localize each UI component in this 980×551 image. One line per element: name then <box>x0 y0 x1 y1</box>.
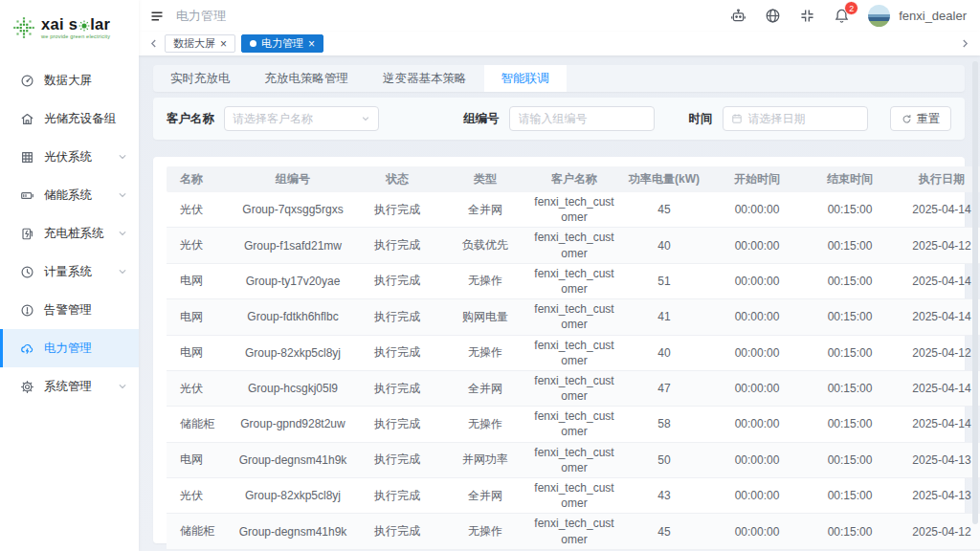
chevron-down-icon <box>118 190 127 200</box>
close-icon[interactable]: × <box>220 38 227 50</box>
filter-bar: 客户名称 请选择客户名称 组编号 时间 请选择日期 重置 <box>153 98 965 140</box>
cell-date: 2025-04-14 <box>896 192 980 228</box>
cell-power: 43 <box>618 478 710 514</box>
cell-end: 00:15:00 <box>804 335 896 370</box>
sidebar-item-device-group[interactable]: 光储充设备组 <box>0 99 139 138</box>
tab-1[interactable]: 充放电策略管理 <box>248 65 367 92</box>
column-header-group: 组编号 <box>232 166 354 192</box>
username[interactable]: fenxi_dealer <box>899 9 967 23</box>
cell-customer: fenxi_tech_customer <box>530 478 618 514</box>
cell-name: 光伏 <box>167 370 232 406</box>
sidebar-item-metering-system[interactable]: 计量系统 <box>0 253 139 291</box>
cell-type: 并网功率 <box>440 442 530 477</box>
close-icon[interactable]: × <box>308 38 315 50</box>
bell-icon[interactable]: 2 <box>834 8 850 24</box>
table-header: 名称组编号状态类型客户名称功率电量(kW)开始时间结束时间执行日期 <box>167 166 980 192</box>
cell-customer: fenxi_tech_customer <box>530 299 618 335</box>
brand-logo: xai s lar we provide green electricity <box>0 0 139 55</box>
cell-start: 00:00:00 <box>710 192 804 228</box>
date-placeholder: 请选择日期 <box>748 111 806 127</box>
sidebar-item-label: 数据大屏 <box>44 73 92 89</box>
sidebar-item-data-screen[interactable]: 数据大屏 <box>0 61 139 99</box>
cell-group: Group-f1safd21mw <box>232 228 354 263</box>
sidebar-item-system-mgmt[interactable]: 系统管理 <box>0 367 139 406</box>
cell-type: 购网电量 <box>440 299 530 335</box>
table-row: 光伏Group-hcsgkj05l9执行完成全并网fenxi_tech_cust… <box>167 370 980 406</box>
cell-end: 00:15:00 <box>804 514 896 549</box>
table-row: 电网Group-82xkp5cl8yj执行完成无操作fenxi_tech_cus… <box>167 335 980 370</box>
tags-bar: 数据大屏×电力管理× <box>139 32 980 55</box>
cell-customer: fenxi_tech_customer <box>530 335 618 370</box>
customer-name-select[interactable]: 请选择客户名称 <box>224 106 379 131</box>
tab-3[interactable]: 智能联调 <box>484 65 567 92</box>
cell-start: 00:00:00 <box>710 263 804 298</box>
cell-group: Group-hcsgkj05l9 <box>232 370 354 406</box>
chevron-left-icon[interactable] <box>148 38 159 49</box>
cell-power: 51 <box>618 263 710 298</box>
globe-icon[interactable] <box>765 8 781 24</box>
results-table: 名称组编号状态类型客户名称功率电量(kW)开始时间结束时间执行日期 光伏Grou… <box>167 166 980 550</box>
chevron-down-icon <box>118 382 127 391</box>
cell-customer: fenxi_tech_customer <box>530 407 618 442</box>
cell-type: 无操作 <box>440 514 530 549</box>
cell-name: 电网 <box>167 442 232 477</box>
sidebar-item-label: 电力管理 <box>44 341 92 357</box>
date-picker[interactable]: 请选择日期 <box>723 106 868 131</box>
sun-icon <box>78 18 90 30</box>
group-no-input[interactable] <box>509 106 655 131</box>
column-header-power: 功率电量(kW) <box>618 166 710 192</box>
hamburger-icon[interactable] <box>149 9 165 24</box>
battery-icon <box>20 188 34 203</box>
table-row: 光伏Group-82xkp5cl8yj执行完成全并网fenxi_tech_cus… <box>167 478 980 514</box>
home-icon <box>20 112 34 126</box>
cell-type: 无操作 <box>440 335 530 370</box>
brand-name: xai s lar <box>41 16 110 33</box>
sidebar-item-charger-system[interactable]: 充电桩系统 <box>0 214 139 253</box>
cell-group: Group-fdtkh6hflbc <box>232 299 354 335</box>
cell-customer: fenxi_tech_customer <box>530 442 618 477</box>
tag-1[interactable]: 电力管理× <box>241 34 323 53</box>
compress-icon[interactable] <box>799 8 815 24</box>
cell-group: Group-degnsm41h9k <box>232 442 354 477</box>
cell-type: 全并网 <box>440 478 530 514</box>
column-header-date: 执行日期 <box>896 166 980 192</box>
cell-type: 全并网 <box>440 192 530 228</box>
cell-type: 无操作 <box>440 263 530 298</box>
table-row: 电网Group-fdtkh6hflbc执行完成购网电量fenxi_tech_cu… <box>167 299 980 335</box>
table-row: 储能柜Group-gpnd928t2uw执行完成无操作fenxi_tech_cu… <box>167 407 980 442</box>
sidebar-item-storage-system[interactable]: 储能系统 <box>0 176 139 214</box>
cell-start: 00:00:00 <box>710 335 804 370</box>
sidebar-item-alarm-mgmt[interactable]: 告警管理 <box>0 291 139 329</box>
chevron-right-icon[interactable] <box>960 38 970 49</box>
sidebar-item-power-mgmt[interactable]: 电力管理 <box>0 329 139 367</box>
robot-icon[interactable] <box>730 8 746 24</box>
sidebar-item-label: 系统管理 <box>44 379 92 395</box>
cell-name: 光伏 <box>167 192 232 228</box>
cell-customer: fenxi_tech_customer <box>530 514 618 549</box>
table-row: 电网Group-ty17v20yae执行完成无操作fenxi_tech_cust… <box>167 263 980 298</box>
tag-0[interactable]: 数据大屏× <box>165 34 235 53</box>
logo-burst-icon <box>11 15 36 40</box>
tab-2[interactable]: 逆变器基本策略 <box>366 65 484 92</box>
column-header-customer: 客户名称 <box>530 166 618 192</box>
time-label: 时间 <box>689 111 713 127</box>
cell-end: 00:15:00 <box>804 299 896 335</box>
cell-power: 41 <box>618 299 710 335</box>
scrollbar-thumb[interactable] <box>972 61 978 524</box>
avatar[interactable] <box>868 5 890 27</box>
page-title: 电力管理 <box>176 8 226 25</box>
cell-status: 执行完成 <box>354 442 440 477</box>
cell-status: 执行完成 <box>354 407 440 442</box>
cell-name: 电网 <box>167 263 232 298</box>
cell-date: 2025-04-14 <box>896 370 980 406</box>
cell-end: 00:15:00 <box>804 370 896 406</box>
tab-0[interactable]: 实时充放电 <box>153 65 248 92</box>
cell-power: 40 <box>618 335 710 370</box>
main-area: 电力管理 2 fenxi_dealer <box>139 0 980 551</box>
reset-button[interactable]: 重置 <box>890 106 951 131</box>
sidebar-item-pv-system[interactable]: 光伏系统 <box>0 138 139 176</box>
scrollbar[interactable] <box>972 61 978 543</box>
cell-status: 执行完成 <box>354 478 440 514</box>
reset-label: 重置 <box>917 111 940 127</box>
sidebar: xai s lar we provide green electricity 数… <box>0 0 139 551</box>
